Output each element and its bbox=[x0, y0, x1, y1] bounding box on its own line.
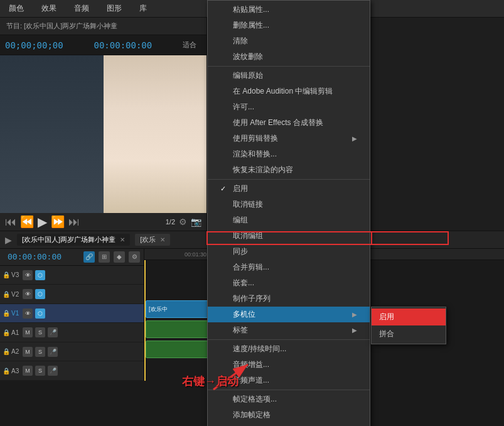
menu-ungroup[interactable]: 取消编组 bbox=[208, 228, 370, 244]
menu-group[interactable]: 编组 bbox=[208, 212, 370, 228]
context-menu-overlay: 粘贴属性... 删除属性... 清除 波纹删除 编辑原始 在 Adobe Aud… bbox=[0, 0, 504, 426]
arrow-label: ▶ bbox=[352, 327, 357, 334]
menu-audio-gain[interactable]: 音频增益... bbox=[208, 357, 370, 373]
menu-insert-freeze[interactable]: 插入帧定格分段 bbox=[208, 423, 370, 426]
menu-make-subsequence[interactable]: 制作子序列 bbox=[208, 291, 370, 307]
menu-speed-duration[interactable]: 速度/持续时间... bbox=[208, 341, 370, 357]
menu-edit-original[interactable]: 编辑原始 bbox=[208, 68, 370, 84]
menu-paste-attrs[interactable]: 粘贴属性... bbox=[208, 2, 370, 18]
menu-license[interactable]: 许可... bbox=[208, 99, 370, 115]
arrow-replace-clip: ▶ bbox=[352, 135, 357, 142]
menu-add-freeze[interactable]: 添加帧定格 bbox=[208, 407, 370, 423]
submenu-flatten[interactable]: 拼合 bbox=[372, 325, 446, 342]
separator-3 bbox=[208, 339, 370, 340]
menu-replace-clip[interactable]: 使用剪辑替换 ▶ bbox=[208, 131, 370, 146]
menu-label[interactable]: 标签 ▶ bbox=[208, 322, 370, 338]
menu-edit-audition[interactable]: 在 Adobe Audition 中编辑剪辑 bbox=[208, 84, 370, 99]
separator-1 bbox=[208, 66, 370, 67]
menu-replace-ae[interactable]: 使用 After Effects 合成替换 bbox=[208, 115, 370, 131]
menu-multiclip[interactable]: 多机位 ▶ 启用 拼合 bbox=[208, 307, 370, 322]
menu-ripple-delete[interactable]: 波纹删除 bbox=[208, 49, 370, 65]
menu-sync[interactable]: 同步 bbox=[208, 244, 370, 259]
submenu-enable[interactable]: 启用 bbox=[372, 309, 446, 325]
context-menu: 粘贴属性... 删除属性... 清除 波纹删除 编辑原始 在 Adobe Aud… bbox=[207, 0, 370, 426]
menu-restore-unrendered[interactable]: 恢复未渲染的内容 bbox=[208, 162, 370, 178]
menu-unlink[interactable]: 取消链接 bbox=[208, 197, 370, 212]
separator-2 bbox=[208, 179, 370, 180]
menu-remove-attrs[interactable]: 删除属性... bbox=[208, 18, 370, 33]
menu-enable[interactable]: ✓ 启用 bbox=[208, 181, 370, 197]
arrow-multiclip: ▶ bbox=[352, 311, 357, 318]
submenu-multiclip: 启用 拼合 bbox=[371, 307, 446, 344]
menu-audio-channels[interactable]: 音频声道... bbox=[208, 373, 370, 388]
menu-clear[interactable]: 清除 bbox=[208, 33, 370, 49]
menu-render-replace[interactable]: 渲染和替换... bbox=[208, 146, 370, 162]
separator-4 bbox=[208, 390, 370, 390]
menu-nest[interactable]: 嵌套... bbox=[208, 275, 370, 291]
menu-freeze-options[interactable]: 帧定格选项... bbox=[208, 391, 370, 407]
menu-merge-clips[interactable]: 合并剪辑... bbox=[208, 259, 370, 275]
